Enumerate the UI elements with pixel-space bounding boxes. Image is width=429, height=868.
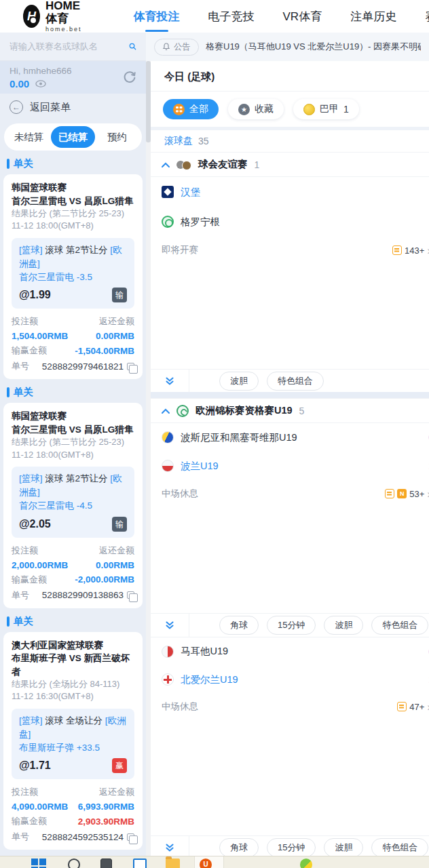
announcement-bar: 公告 格赛U19（马耳他U19 VS 北爱尔兰U19）- 因赛果不明确，赛果将 <box>146 33 429 61</box>
tab-settled[interactable]: 已结算 <box>51 126 95 148</box>
team-row-groningen[interactable]: 格罗宁根 <box>151 207 429 237</box>
back-to-menu[interactable]: ← 返回菜单 <box>0 94 146 121</box>
eye-icon[interactable] <box>35 80 46 87</box>
user-card: Hi, hmhehe666 0.00 <box>0 61 146 94</box>
chip-all[interactable]: 全部 <box>163 99 219 119</box>
winloss-label: 输赢金额 <box>12 815 47 827</box>
chip-favorites[interactable]: ★ 收藏 <box>228 99 284 119</box>
site-logo[interactable]: H HOME体育 home.bet <box>23 0 88 32</box>
match-footer: 角球 15分钟 波胆 特色组合 <box>151 835 429 859</box>
taskbar-widget-icon[interactable] <box>100 859 112 868</box>
star-icon: ★ <box>238 104 250 115</box>
pill-correct-score[interactable]: 波胆 <box>324 616 363 635</box>
pill-corners[interactable]: 角球 <box>219 838 259 857</box>
rolling-markets-link[interactable]: 滚球盘 35 <box>151 130 429 152</box>
pill-special-combo[interactable]: 特色组合 <box>371 838 428 857</box>
section-club-friendly[interactable]: 球会友谊赛 1 <box>151 152 429 177</box>
match-status: 中场休息 <box>162 701 198 713</box>
scrollbar-thumb[interactable] <box>146 61 151 142</box>
n-badge-icon: N <box>397 489 407 498</box>
copy-icon[interactable] <box>127 363 134 370</box>
winloss-value: 2,903.90RMB <box>78 816 134 827</box>
bet-sport-tag: [篮球] <box>19 715 43 726</box>
bet-market-box: [篮球] 滚球 第2节让分 [欧洲盘] 首尔三星雷电 -3.5 @1.99 输 <box>12 238 134 309</box>
copy-icon[interactable] <box>127 591 134 599</box>
bet-card[interactable]: 韩国篮球联赛 首尔三星雷电 VS 昌原LG猎隼 结果比分 (第二节比分 25-2… <box>3 174 143 379</box>
order-number: 5288829909138863 <box>42 590 124 600</box>
team-row-nireland-u19[interactable]: 北爱尔兰U19 1 <box>151 665 429 694</box>
bet-amounts: 投注额返还金额 1,504.00RMB0.00RMB 输赢金额-1,504.00… <box>12 315 134 372</box>
team-name[interactable]: 波兰U19 <box>181 460 219 473</box>
expand-more-button[interactable] <box>151 614 189 637</box>
uefa-league-icon <box>176 405 189 417</box>
team-name[interactable]: 格罗宁根 <box>181 216 220 229</box>
section-euro-u19[interactable]: 欧洲锦标赛资格赛U19 5 <box>151 398 429 423</box>
match-status: 即将开赛 <box>162 244 198 256</box>
winloss-label: 输赢金额 <box>12 344 47 357</box>
bet-time: 11-12 16:30(GMT+8) <box>12 690 134 703</box>
file-explorer-icon[interactable] <box>166 859 180 868</box>
bet-result-score: 结果比分 (全场比分 84-113) <box>12 678 134 690</box>
search-zone <box>0 33 146 61</box>
match-status-row[interactable]: 中场休息 47+ › <box>151 694 429 719</box>
windows-start-icon[interactable] <box>31 859 46 868</box>
pill-correct-score[interactable]: 波胆 <box>324 838 363 857</box>
team-row-bosnia-u19[interactable]: 波斯尼亚和黑塞哥维那U19 0 <box>151 423 429 452</box>
search-input[interactable] <box>10 41 129 52</box>
malta-flag-icon <box>162 646 174 658</box>
bet-card[interactable]: 韩国篮球联赛 首尔三星雷电 VS 昌原LG猎隼 结果比分 (第二节比分 25-2… <box>3 403 143 608</box>
refresh-icon[interactable] <box>122 70 137 85</box>
team-name[interactable]: 汉堡 <box>181 186 200 199</box>
taskbar-search-icon[interactable] <box>68 859 80 868</box>
team-row-poland-u19[interactable]: 波兰U19 1 <box>151 452 429 480</box>
stake-label: 投注额 <box>12 315 38 328</box>
sidebar-scrollbar[interactable] <box>146 61 151 868</box>
markets-count: 53+ <box>409 489 424 499</box>
nav-results[interactable]: 赛果 <box>411 9 429 24</box>
pill-15min[interactable]: 15分钟 <box>267 616 316 635</box>
chip-league-baja[interactable]: 巴甲 1 <box>293 99 359 119</box>
pill-correct-score[interactable]: 波胆 <box>219 372 259 391</box>
order-label: 单号 <box>12 589 29 601</box>
task-view-icon[interactable] <box>133 859 147 868</box>
chevron-up-icon[interactable] <box>162 408 170 414</box>
tab-reserved[interactable]: 预约 <box>95 126 139 148</box>
match-status-row[interactable]: 中场休息 N 53+ › <box>151 480 429 507</box>
team-row-malta-u19[interactable]: 马耳他U19 0 <box>151 637 429 665</box>
expand-more-button[interactable] <box>151 370 189 392</box>
search-icon[interactable] <box>129 41 136 52</box>
orange-app-icon[interactable]: U <box>200 859 212 868</box>
outcome-badge-lose: 输 <box>112 517 127 532</box>
nav-bet-history[interactable]: 注单历史 <box>336 9 411 24</box>
nav-esports[interactable]: 电子竞技 <box>194 9 269 24</box>
match-status-row[interactable]: 即将开赛 143+ › <box>151 237 429 264</box>
logo-icon: H <box>23 5 40 28</box>
announcement-pill[interactable]: 公告 <box>154 39 199 56</box>
pill-15min[interactable]: 15分钟 <box>267 838 316 857</box>
tab-unsettled[interactable]: 未结算 <box>7 126 51 148</box>
announcement-text: 格赛U19（马耳他U19 VS 北爱尔兰U19）- 因赛果不明确，赛果将 <box>206 41 421 53</box>
pill-special-combo[interactable]: 特色组合 <box>267 372 324 391</box>
windows-taskbar: U <box>0 856 429 868</box>
nav-sports-betting[interactable]: 体育投注 <box>119 9 194 24</box>
chip-all-label: 全部 <box>189 103 208 115</box>
bet-sport-tag: [篮球] <box>19 245 43 255</box>
team-name[interactable]: 波斯尼亚和黑塞哥维那U19 <box>181 431 297 444</box>
trophy-icon <box>303 104 315 115</box>
markets-slip-icon <box>385 489 394 498</box>
green-app-icon[interactable] <box>300 859 312 868</box>
page-title: 今日 (足球) <box>151 61 429 92</box>
pill-corners[interactable]: 角球 <box>219 616 259 635</box>
pill-special-combo[interactable]: 特色组合 <box>371 616 428 635</box>
bet-selection: 布里斯班子弹 +33.5 <box>19 741 127 755</box>
team-name[interactable]: 北爱尔兰U19 <box>181 673 238 686</box>
bet-type-label: 单关 <box>7 386 146 399</box>
team-name[interactable]: 马耳他U19 <box>181 645 228 658</box>
chevron-up-icon[interactable] <box>162 162 170 167</box>
rolling-count: 35 <box>198 136 209 146</box>
nav-vr-sports[interactable]: VR体育 <box>269 9 337 24</box>
bet-card[interactable]: 澳大利亚国家篮球联赛 布里斯班子弹 VS 新西兰破坏者 结果比分 (全场比分 8… <box>3 632 143 850</box>
bet-group: 单关 韩国篮球联赛 首尔三星雷电 VS 昌原LG猎隼 结果比分 (第二节比分 2… <box>0 386 146 608</box>
copy-icon[interactable] <box>127 833 134 841</box>
team-row-hamburg[interactable]: 汉堡 <box>151 177 429 207</box>
